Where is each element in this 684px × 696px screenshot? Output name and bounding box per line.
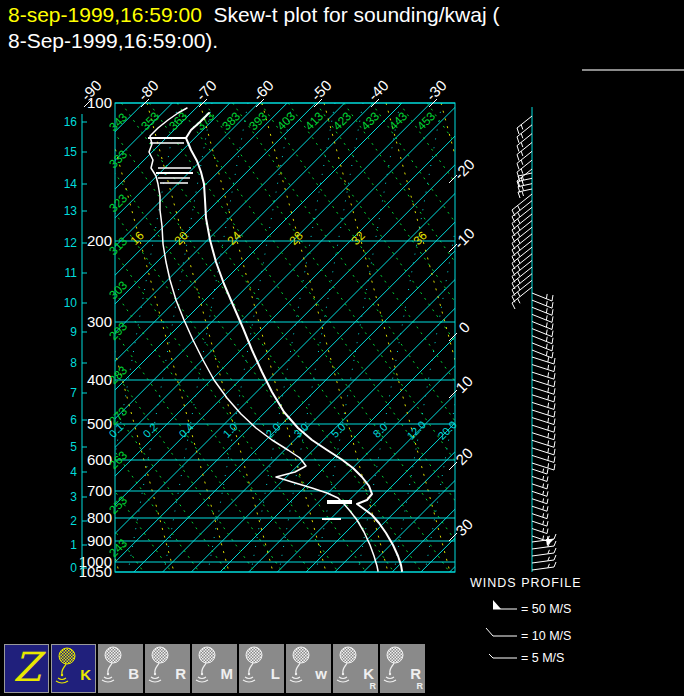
toolbar-button-sounding-rr[interactable]: RR <box>380 644 425 693</box>
toolbar-button-sounding-b[interactable]: B <box>98 644 143 693</box>
svg-text:12: 12 <box>64 236 78 250</box>
svg-text:5.0: 5.0 <box>329 421 348 440</box>
svg-text:8: 8 <box>70 356 77 370</box>
svg-text:32: 32 <box>348 228 368 248</box>
toolbar-button-label: w <box>315 665 327 682</box>
svg-text:14: 14 <box>64 177 78 191</box>
svg-text:353: 353 <box>138 109 162 133</box>
svg-text:4: 4 <box>70 465 77 479</box>
toolbar-button-label: B <box>128 665 139 682</box>
toolbar-button-sounding-r[interactable]: R <box>145 644 190 693</box>
svg-text:9: 9 <box>70 325 77 339</box>
balloon-icon <box>334 646 366 686</box>
svg-text:323: 323 <box>106 191 130 215</box>
svg-text:6: 6 <box>70 413 77 427</box>
svg-text:443: 443 <box>386 109 410 133</box>
top-temperature-labels: -90-80-70-60-50-40-30 <box>77 76 449 107</box>
svg-text:24: 24 <box>224 228 244 248</box>
toolbar-button-label: K <box>363 665 374 682</box>
toolbar-button-sounding-w[interactable]: w <box>286 644 331 693</box>
svg-text:3: 3 <box>70 490 77 504</box>
sounding-traces <box>148 108 402 571</box>
toolbar-button-zeus[interactable]: Z <box>4 644 49 693</box>
toolbar-button-sounding-l[interactable]: L <box>239 644 284 693</box>
svg-text:5: 5 <box>70 440 77 454</box>
svg-text:8.0: 8.0 <box>371 421 390 440</box>
svg-text:11: 11 <box>65 266 78 280</box>
balloon-icon <box>381 646 413 686</box>
toolbar-button-label: K <box>80 666 91 683</box>
svg-text:36: 36 <box>410 228 430 248</box>
svg-text:= 10 M/S: = 10 M/S <box>521 629 571 643</box>
svg-text:900: 900 <box>87 532 112 549</box>
svg-text:= 5 M/S: = 5 M/S <box>521 651 564 665</box>
toolbar-button-sublabel: R <box>417 681 424 691</box>
svg-text:393: 393 <box>246 109 270 133</box>
svg-text:30: 30 <box>452 515 476 539</box>
svg-text:= 50 M/S: = 50 M/S <box>521 602 571 616</box>
svg-text:16: 16 <box>64 115 78 129</box>
svg-text:0: 0 <box>70 561 77 575</box>
svg-text:2.0: 2.0 <box>264 421 283 440</box>
toolbar-button-label: M <box>221 665 234 682</box>
svg-text:13: 13 <box>64 204 78 218</box>
svg-text:Z: Z <box>13 647 46 690</box>
moist-adiabat-labels: 162024283236 <box>127 228 430 248</box>
svg-text:0.2: 0.2 <box>141 421 160 440</box>
moist-adiabat-lines <box>0 103 567 572</box>
svg-text:0: 0 <box>455 318 473 336</box>
right-temperature-labels: -20-100102030 <box>449 155 478 541</box>
toolbar-button-sounding-k[interactable]: K <box>51 644 96 693</box>
svg-text:10: 10 <box>452 372 476 396</box>
balloon-icon <box>99 646 131 686</box>
toolbar: ZKBRMLwKRRR <box>4 644 425 693</box>
wind-profile <box>512 107 556 572</box>
winds-legend: WINDS PROFILE= 50 M/S= 10 M/S= 5 M/S <box>470 576 582 665</box>
svg-text:10: 10 <box>64 296 78 310</box>
svg-text:800: 800 <box>87 509 112 526</box>
svg-text:700: 700 <box>87 482 112 499</box>
toolbar-button-sublabel: R <box>370 681 377 691</box>
balloon-icon <box>146 646 178 686</box>
svg-text:2: 2 <box>70 514 77 528</box>
svg-text:12.0: 12.0 <box>404 418 428 442</box>
svg-text:1050: 1050 <box>79 563 112 580</box>
svg-text:15: 15 <box>64 145 78 159</box>
height-axis: 161514131211109876543210 <box>64 114 87 576</box>
balloon-icon <box>240 646 272 686</box>
svg-text:1: 1 <box>70 538 77 552</box>
svg-text:303: 303 <box>106 278 130 302</box>
svg-text:343: 343 <box>106 110 130 134</box>
svg-text:453: 453 <box>414 109 438 133</box>
toolbar-button-sounding-kr[interactable]: KR <box>333 644 378 693</box>
z-logo-icon: Z <box>6 647 49 692</box>
app-window: 8-sep-1999,16:59:00 Skew-t plot for soun… <box>0 0 684 696</box>
svg-text:WINDS PROFILE: WINDS PROFILE <box>470 576 582 590</box>
svg-text:373: 373 <box>193 109 217 133</box>
svg-text:300: 300 <box>87 313 112 330</box>
toolbar-button-label: R <box>175 665 186 682</box>
toolbar-button-label: L <box>271 665 280 682</box>
toolbar-button-sounding-m[interactable]: M <box>192 644 237 693</box>
svg-text:383: 383 <box>219 109 243 133</box>
skewt-chart: 1002003004005006007008009001000105016151… <box>0 0 684 696</box>
svg-text:20: 20 <box>452 444 476 468</box>
svg-text:7: 7 <box>70 386 77 400</box>
toolbar-button-label: R <box>410 665 421 682</box>
